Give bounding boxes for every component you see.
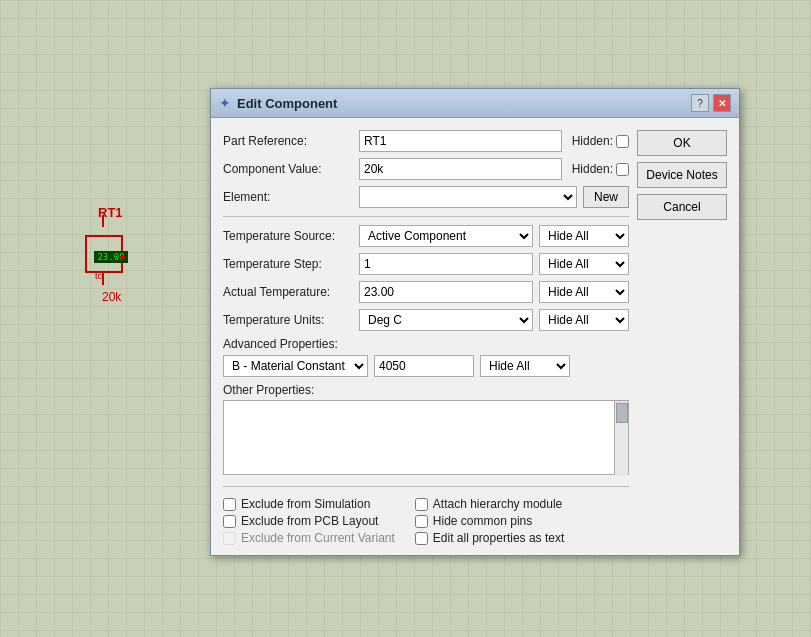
edit-all-props-label: Edit all properties as text <box>433 531 564 545</box>
hidden-group-2: Hidden: <box>572 162 629 176</box>
titlebar-right: ? ✕ <box>691 94 731 112</box>
pcb-body: 23.00 tc <box>80 225 140 285</box>
titlebar-left: ✦ Edit Component <box>219 95 337 111</box>
attach-hierarchy-label: Attach hierarchy module <box>433 497 562 511</box>
scrollbar-track <box>615 403 628 476</box>
divider-2 <box>223 486 629 487</box>
edit-all-props-checkbox[interactable] <box>415 532 428 545</box>
help-button[interactable]: ? <box>691 94 709 112</box>
hide-common-pins-row: Hide common pins <box>415 514 564 528</box>
hidden-checkbox-1[interactable] <box>616 135 629 148</box>
ok-button[interactable]: OK <box>637 130 727 156</box>
temp-units-row: Temperature Units: Deg C Deg F Kelvin Hi… <box>223 309 629 331</box>
adv-prop-hide-select[interactable]: Hide All Show All <box>480 355 570 377</box>
other-props-label: Other Properties: <box>223 383 629 397</box>
actual-temp-input[interactable] <box>359 281 533 303</box>
component-value-row: Component Value: Hidden: <box>223 158 629 180</box>
pcb-dot <box>120 255 125 260</box>
temp-step-label: Temperature Step: <box>223 257 353 271</box>
exclude-simulation-checkbox[interactable] <box>223 498 236 511</box>
divider-1 <box>223 216 629 217</box>
part-reference-row: Part Reference: Hidden: <box>223 130 629 152</box>
adv-properties-row: B - Material Constant Hide All Show All <box>223 355 629 377</box>
attach-hierarchy-checkbox[interactable] <box>415 498 428 511</box>
temp-step-hide-select[interactable]: Hide All Show All <box>539 253 629 275</box>
element-label: Element: <box>223 190 353 204</box>
hidden-group-1: Hidden: <box>572 134 629 148</box>
element-select[interactable] <box>359 186 577 208</box>
pcb-line-bottom <box>102 273 104 285</box>
exclude-pcb-row: Exclude from PCB Layout <box>223 514 395 528</box>
checkboxes-section: Exclude from Simulation Exclude from PCB… <box>223 497 629 545</box>
exclude-pcb-checkbox[interactable] <box>223 515 236 528</box>
component-value-label: Component Value: <box>223 162 353 176</box>
part-reference-label: Part Reference: <box>223 134 353 148</box>
dialog-sidebar: OK Device Notes Cancel <box>637 130 727 545</box>
edit-component-dialog: ✦ Edit Component ? ✕ Part Reference: Hid… <box>210 88 740 556</box>
temp-units-select[interactable]: Deg C Deg F Kelvin <box>359 309 533 331</box>
adv-prop-input[interactable] <box>374 355 474 377</box>
checkbox-col-left: Exclude from Simulation Exclude from PCB… <box>223 497 395 545</box>
adv-prop-select[interactable]: B - Material Constant <box>223 355 368 377</box>
pcb-tc-label: tc <box>95 271 102 281</box>
exclude-variant-label: Exclude from Current Variant <box>241 531 395 545</box>
hide-common-pins-checkbox[interactable] <box>415 515 428 528</box>
other-props-textarea[interactable] <box>223 400 615 475</box>
adv-properties-label: Advanced Properties: <box>223 337 629 351</box>
exclude-simulation-label: Exclude from Simulation <box>241 497 370 511</box>
hidden-checkbox-2[interactable] <box>616 163 629 176</box>
exclude-variant-checkbox <box>223 532 236 545</box>
temp-step-row: Temperature Step: Hide All Show All <box>223 253 629 275</box>
close-button[interactable]: ✕ <box>713 94 731 112</box>
dialog-icon: ✦ <box>219 95 231 111</box>
temp-source-select[interactable]: Active Component Global Temp <box>359 225 533 247</box>
dialog-titlebar: ✦ Edit Component ? ✕ <box>211 89 739 118</box>
actual-temp-hide-select[interactable]: Hide All Show All <box>539 281 629 303</box>
new-button[interactable]: New <box>583 186 629 208</box>
cancel-button[interactable]: Cancel <box>637 194 727 220</box>
pcb-line-top <box>102 215 104 227</box>
exclude-pcb-label: Exclude from PCB Layout <box>241 514 378 528</box>
exclude-simulation-row: Exclude from Simulation <box>223 497 395 511</box>
device-notes-button[interactable]: Device Notes <box>637 162 727 188</box>
hide-common-pins-label: Hide common pins <box>433 514 532 528</box>
hidden-label-1: Hidden: <box>572 134 613 148</box>
other-properties-section: Other Properties: <box>223 383 629 478</box>
part-reference-input[interactable] <box>359 130 562 152</box>
scrollbar-thumb <box>616 403 628 423</box>
temp-units-label: Temperature Units: <box>223 313 353 327</box>
attach-hierarchy-row: Attach hierarchy module <box>415 497 564 511</box>
hidden-label-2: Hidden: <box>572 162 613 176</box>
checkbox-col-right: Attach hierarchy module Hide common pins… <box>415 497 564 545</box>
scrollbar[interactable] <box>615 400 629 475</box>
temp-step-input[interactable] <box>359 253 533 275</box>
dialog-main: Part Reference: Hidden: Component Value:… <box>223 130 629 545</box>
pcb-component: RT1 23.00 tc 20k <box>80 225 140 285</box>
actual-temp-label: Actual Temperature: <box>223 285 353 299</box>
dialog-body: Part Reference: Hidden: Component Value:… <box>211 118 739 555</box>
temp-source-label: Temperature Source: <box>223 229 353 243</box>
actual-temp-row: Actual Temperature: Hide All Show All <box>223 281 629 303</box>
temp-source-hide-select[interactable]: Hide All Show All <box>539 225 629 247</box>
temp-units-hide-select[interactable]: Hide All Show All <box>539 309 629 331</box>
component-value-input[interactable] <box>359 158 562 180</box>
temp-source-row: Temperature Source: Active Component Glo… <box>223 225 629 247</box>
exclude-variant-row: Exclude from Current Variant <box>223 531 395 545</box>
dialog-title: Edit Component <box>237 96 337 111</box>
textarea-wrapper <box>223 400 629 478</box>
edit-all-props-row: Edit all properties as text <box>415 531 564 545</box>
pcb-value-label: 20k <box>102 290 121 304</box>
pcb-rect: 23.00 tc <box>85 235 123 273</box>
element-row: Element: New <box>223 186 629 208</box>
